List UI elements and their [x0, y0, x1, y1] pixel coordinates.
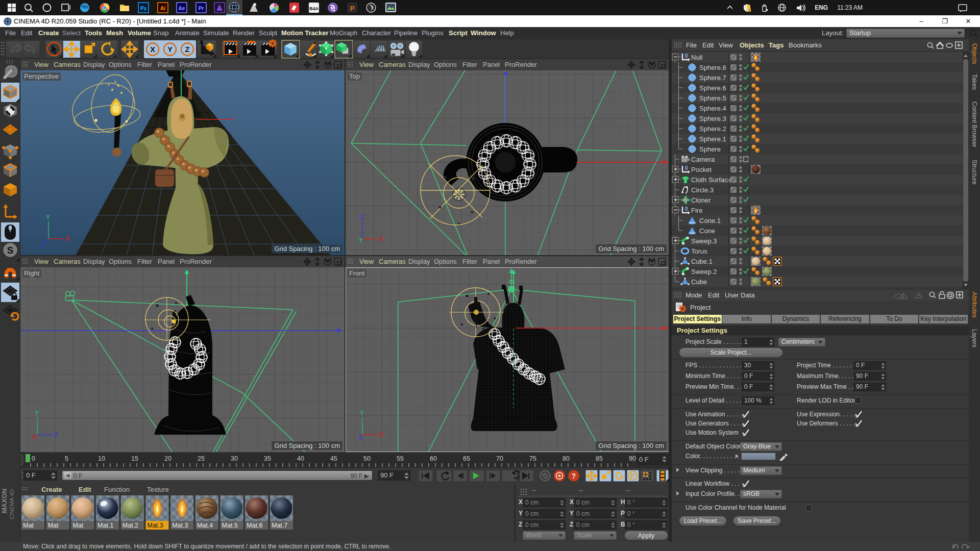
svg-text:Cube: Cube [691, 278, 707, 286]
svg-text:X: X [150, 45, 155, 54]
svg-text:50: 50 [363, 455, 371, 462]
svg-text:Ps: Ps [140, 6, 147, 11]
svg-text:B4A: B4A [309, 6, 319, 11]
svg-text:Sphere.4: Sphere.4 [699, 105, 726, 112]
svg-text:55: 55 [397, 455, 404, 462]
svg-text:Cone: Cone [699, 227, 715, 235]
svg-text:Mat.5: Mat.5 [222, 522, 238, 529]
svg-text:Y: Y [360, 410, 364, 417]
svg-text:Sphere.7: Sphere.7 [699, 74, 726, 82]
svg-text:Z: Z [360, 214, 364, 221]
svg-text:10: 10 [98, 455, 105, 462]
svg-text:20: 20 [164, 455, 172, 462]
svg-text:Pocket: Pocket [691, 166, 712, 173]
svg-text:Ae: Ae [179, 6, 185, 11]
svg-text:X: X [379, 431, 383, 438]
svg-text:15: 15 [131, 455, 138, 462]
svg-text:Mat.3: Mat.3 [148, 522, 163, 529]
svg-text:0: 0 [685, 206, 688, 212]
svg-text:30: 30 [231, 455, 238, 462]
svg-text:Mat.1: Mat.1 [97, 522, 113, 529]
svg-text:Z: Z [41, 242, 44, 247]
svg-text:Circle.3: Circle.3 [691, 186, 714, 194]
svg-text:25: 25 [198, 455, 205, 462]
svg-text:65: 65 [463, 455, 470, 462]
svg-text:Y: Y [46, 214, 50, 221]
svg-text:0: 0 [32, 455, 35, 462]
svg-text:Pr: Pr [199, 6, 204, 11]
svg-text:Cloner: Cloner [691, 196, 711, 204]
svg-text:Sphere.2: Sphere.2 [699, 125, 726, 133]
svg-text:X: X [33, 434, 37, 441]
svg-text:X: X [379, 235, 383, 242]
svg-text:70: 70 [496, 455, 503, 462]
svg-text:75: 75 [529, 455, 536, 462]
svg-text:Y: Y [35, 410, 39, 417]
svg-text:Mat: Mat [23, 522, 34, 529]
svg-text:5: 5 [65, 455, 68, 462]
svg-text:80: 80 [562, 455, 570, 462]
svg-text:Z: Z [359, 434, 362, 441]
svg-text:Sphere.6: Sphere.6 [699, 84, 726, 92]
svg-text:MAXON: MAXON [1, 489, 8, 513]
svg-text:85: 85 [596, 455, 603, 462]
svg-text:Camera: Camera [691, 156, 715, 163]
svg-text:Sweep.3: Sweep.3 [691, 237, 717, 245]
svg-text:Mat.6: Mat.6 [247, 522, 262, 529]
svg-text:CINEMA 4D: CINEMA 4D [9, 489, 15, 519]
svg-text:Y: Y [167, 45, 173, 54]
svg-text:Mat.3: Mat.3 [172, 522, 188, 529]
svg-text:60: 60 [430, 455, 437, 462]
svg-text:Mat.7: Mat.7 [272, 522, 287, 529]
svg-text:P: P [350, 5, 355, 12]
svg-text:Sphere.8: Sphere.8 [699, 64, 726, 71]
svg-text:Sphere.1: Sphere.1 [699, 135, 726, 143]
svg-text:Null: Null [691, 54, 703, 61]
svg-text:Torus: Torus [691, 247, 707, 255]
svg-text:Sphere.5: Sphere.5 [699, 94, 726, 102]
svg-text:P: P [631, 472, 635, 480]
svg-text:Sphere.3: Sphere.3 [699, 115, 726, 122]
svg-text:Fire: Fire [691, 207, 702, 214]
svg-text:45: 45 [330, 455, 337, 462]
svg-text:Mat.2: Mat.2 [122, 522, 138, 529]
svg-text:40: 40 [297, 455, 304, 462]
svg-text:Z: Z [54, 431, 58, 438]
svg-text:Mat.4: Mat.4 [197, 522, 213, 529]
svg-text:Mat: Mat [72, 522, 83, 529]
svg-text:S: S [7, 245, 14, 256]
svg-text:Ai: Ai [160, 6, 165, 11]
svg-text:35: 35 [264, 455, 271, 462]
svg-text:90: 90 [629, 455, 636, 462]
svg-text:0: 0 [685, 53, 688, 59]
svg-text:0: 0 [685, 165, 688, 171]
svg-text:Z: Z [185, 45, 190, 54]
svg-text:Cube.1: Cube.1 [691, 258, 713, 265]
svg-text:Y: Y [359, 237, 363, 244]
svg-text:!: ! [749, 8, 750, 12]
svg-text:Cloth Surface: Cloth Surface [691, 176, 731, 184]
svg-text:Mat: Mat [48, 522, 59, 529]
svg-text:X: X [65, 235, 69, 242]
svg-text:Sphere: Sphere [699, 145, 721, 153]
svg-text:?: ? [572, 472, 576, 480]
svg-text:Cone.1: Cone.1 [699, 217, 721, 224]
svg-text:Sweep.2: Sweep.2 [691, 268, 717, 276]
